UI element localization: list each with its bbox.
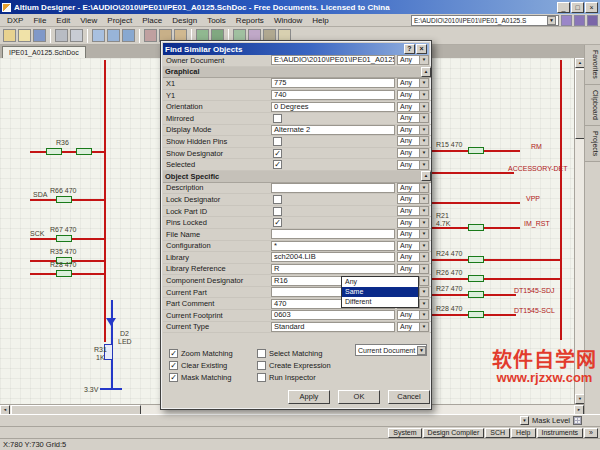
menu-dxp[interactable]: DXP [2, 16, 28, 25]
cancel-button[interactable]: Cancel [388, 390, 430, 404]
match-orientation[interactable]: Any▼ [397, 102, 429, 112]
field-configuration[interactable]: * [271, 241, 395, 251]
option-run-inspector[interactable]: Run Inspector [257, 373, 355, 382]
match-display-mode[interactable]: Any▼ [397, 125, 429, 135]
option-zoom-matching[interactable]: ✓Zoom Matching [169, 349, 257, 358]
match-show-hidden-pins[interactable]: Any▼ [397, 136, 429, 146]
resistor-symbol[interactable] [76, 148, 92, 155]
scope-combo[interactable]: Current Document ▼ [355, 344, 427, 356]
scope-dropdown-icon[interactable]: ▼ [417, 346, 426, 355]
match-file-name[interactable]: Any▼ [397, 229, 429, 239]
match-library-reference[interactable]: Any▼ [397, 264, 429, 274]
dropdown-arrow-icon[interactable]: ▼ [419, 161, 428, 169]
resistor-symbol[interactable] [468, 224, 484, 231]
panel-tab-favorites[interactable]: Favorites [585, 45, 600, 85]
minimize-button[interactable]: _ [557, 2, 570, 13]
document-path-combo[interactable]: E:\AUDIO\2010\IPE01\IPE01_A0125.S ▼ [411, 15, 559, 26]
field-y1[interactable]: 740 [271, 90, 395, 100]
clear-mask-icon[interactable] [573, 416, 582, 425]
zoom-fit-icon[interactable] [107, 29, 120, 42]
field-current-type[interactable]: Standard [271, 322, 395, 332]
maximize-button[interactable]: □ [571, 2, 584, 13]
resistor-symbol[interactable] [56, 235, 72, 242]
checkbox-pins-locked[interactable]: ✓ [273, 218, 282, 227]
print-icon[interactable] [55, 29, 68, 42]
open-document-icon[interactable] [18, 29, 31, 42]
dropdown-arrow-icon[interactable]: ▼ [419, 277, 428, 285]
dropdown-arrow-icon[interactable]: ▼ [419, 79, 428, 87]
panels-chevron-icon[interactable]: » [584, 428, 598, 438]
dropdown-arrow-icon[interactable]: ▼ [419, 207, 428, 215]
dropdown-arrow-icon[interactable]: ▼ [419, 103, 428, 111]
ok-button[interactable]: OK [338, 390, 380, 404]
checkbox-lock-part-id[interactable] [273, 207, 282, 216]
path-dropdown-icon[interactable]: ▼ [547, 16, 556, 25]
panel-button-design-compiler[interactable]: Design Compiler [423, 428, 485, 438]
home-icon[interactable] [587, 15, 598, 26]
field-library-reference[interactable]: R [271, 264, 395, 274]
match-current-footprint[interactable]: Any▼ [397, 310, 429, 320]
dropdown-option-any[interactable]: Any [342, 277, 418, 287]
match-configuration[interactable]: Any▼ [397, 241, 429, 251]
dropdown-arrow-icon[interactable]: ▼ [419, 91, 428, 99]
zoom-selection-icon[interactable] [122, 29, 135, 42]
checkbox-clear-existing[interactable]: ✓ [169, 361, 178, 370]
save-icon[interactable] [33, 29, 46, 42]
zoom-area-icon[interactable] [92, 29, 105, 42]
dropdown-option-same[interactable]: Same [342, 287, 418, 297]
menu-project[interactable]: Project [102, 16, 137, 25]
dropdown-arrow-icon[interactable]: ▼ [419, 253, 428, 261]
dropdown-arrow-icon[interactable]: ▼ [419, 288, 428, 296]
match-library[interactable]: Any▼ [397, 252, 429, 262]
tab-schdoc[interactable]: IPE01_A0125.SchDoc [2, 46, 86, 58]
match-selected[interactable]: Any▼ [397, 160, 429, 170]
dropdown-arrow-icon[interactable]: ▼ [419, 137, 428, 145]
option-mask-matching[interactable]: ✓Mask Matching [169, 373, 257, 382]
panel-button-system[interactable]: System [388, 428, 421, 438]
menu-place[interactable]: Place [137, 16, 167, 25]
dropdown-arrow-icon[interactable]: ▼ [419, 242, 428, 250]
field-x1[interactable]: 775 [271, 78, 395, 88]
option-create-expression[interactable]: Create Expression [257, 361, 355, 370]
menu-file[interactable]: File [28, 16, 51, 25]
history-icon[interactable] [574, 15, 585, 26]
match-lock-designator[interactable]: Any▼ [397, 194, 429, 204]
dropdown-arrow-icon[interactable]: ▼ [419, 149, 428, 157]
section-scroll-icon[interactable]: ▲ [421, 67, 431, 77]
dropdown-arrow-icon[interactable]: ▼ [419, 311, 428, 319]
menu-help[interactable]: Help [307, 16, 333, 25]
favorites-icon[interactable] [561, 15, 572, 26]
match-owner-document[interactable]: Any▼ [397, 55, 429, 65]
field-current-footprint[interactable]: 0603 [271, 310, 395, 320]
cut-icon[interactable] [144, 29, 157, 42]
section-scroll-icon[interactable]: ▲ [421, 171, 431, 181]
match-pins-locked[interactable]: Any▼ [397, 218, 429, 228]
field-file-name[interactable] [271, 229, 395, 239]
dropdown-arrow-icon[interactable]: ▼ [419, 114, 428, 122]
resistor-symbol[interactable] [468, 311, 484, 318]
checkbox-select-matching[interactable] [257, 349, 266, 358]
match-description[interactable]: Any▼ [397, 183, 429, 193]
dropdown-arrow-icon[interactable]: ▼ [419, 219, 428, 227]
dropdown-arrow-icon[interactable]: ▼ [419, 195, 428, 203]
field-description[interactable] [271, 183, 395, 193]
checkbox-zoom-matching[interactable]: ✓ [169, 349, 178, 358]
checkbox-selected[interactable]: ✓ [273, 160, 282, 169]
dropdown-arrow-icon[interactable]: ▼ [419, 300, 428, 308]
match-y1[interactable]: Any▼ [397, 90, 429, 100]
panel-button-instruments[interactable]: Instruments [537, 428, 584, 438]
menu-design[interactable]: Design [167, 16, 202, 25]
match-show-designator[interactable]: Any▼ [397, 148, 429, 158]
menu-view[interactable]: View [75, 16, 102, 25]
dropdown-arrow-icon[interactable]: ▼ [419, 56, 428, 64]
match-lock-part-id[interactable]: Any▼ [397, 206, 429, 216]
resistor-symbol[interactable] [468, 147, 484, 154]
dialog-help-button[interactable]: ? [404, 44, 415, 54]
mask-dropdown-icon[interactable]: ▼ [520, 416, 529, 425]
dropdown-arrow-icon[interactable]: ▼ [419, 323, 428, 331]
checkbox-show-hidden-pins[interactable] [273, 137, 282, 146]
resistor-symbol[interactable] [468, 291, 484, 298]
open-project-icon[interactable] [3, 29, 16, 42]
dropdown-arrow-icon[interactable]: ▼ [419, 265, 428, 273]
panel-tab-projects[interactable]: Projects [585, 126, 600, 162]
